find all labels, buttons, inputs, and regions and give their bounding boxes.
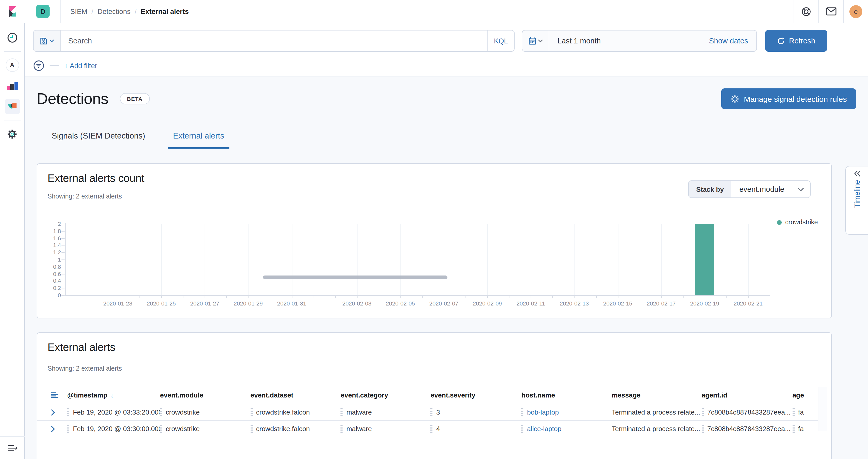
x-axis-tick [640, 296, 640, 298]
header-divider [60, 0, 61, 23]
drag-handle[interactable] [67, 408, 69, 416]
horizontal-scrollbar-thumb[interactable] [263, 276, 447, 279]
y-axis-tick [61, 288, 65, 288]
x-axis-tick [161, 296, 162, 298]
drag-handle[interactable] [160, 408, 162, 416]
x-axis-tick-label: 2020-02-11 [509, 300, 553, 307]
top-header: D SIEM / Detections / External alerts [0, 0, 868, 23]
breadcrumb-detections[interactable]: Detections [98, 7, 131, 15]
event-dataset-cell: crowdstrike.falcon [256, 425, 310, 433]
column-header-event-category[interactable]: event.category [341, 391, 431, 399]
drag-handle[interactable] [521, 408, 523, 416]
x-axis-tick-label: 2020-01-27 [183, 300, 226, 307]
host-name-link[interactable]: alice-laptop [527, 425, 561, 433]
breadcrumb-external-alerts: External alerts [141, 7, 189, 15]
column-header-message[interactable]: message [612, 391, 702, 399]
main-content: Detections BETA Manage signal detection … [25, 77, 868, 459]
expand-row-icon[interactable] [51, 408, 55, 416]
table-scrollbar-track[interactable] [818, 387, 827, 431]
drag-handle[interactable] [160, 425, 162, 433]
kibana-logo[interactable] [0, 5, 25, 18]
drag-handle[interactable] [431, 408, 433, 416]
sidebar-item-siem[interactable] [0, 96, 25, 117]
message-cell: Terminated a process relate... [612, 408, 700, 416]
x-axis-tick [596, 296, 596, 298]
tab-signals[interactable]: Signals (SIEM Detections) [46, 127, 150, 149]
stack-by-label: Stack by [689, 181, 731, 197]
date-range-value[interactable]: Last 1 month [549, 37, 709, 45]
tab-external-alerts[interactable]: External alerts [168, 127, 229, 149]
calendar-icon [528, 37, 536, 45]
x-axis-tick [357, 296, 358, 298]
refresh-button[interactable]: Refresh [765, 30, 827, 52]
event-category-cell: malware [346, 425, 372, 433]
drag-handle[interactable] [702, 408, 704, 416]
x-axis-tick-label: 2020-02-15 [596, 300, 640, 307]
column-header-timestamp[interactable]: @timestamp ↓ [67, 391, 160, 399]
sidebar-item-app-a[interactable]: A [0, 55, 25, 75]
drag-handle[interactable] [521, 425, 523, 433]
y-axis-tick [61, 238, 65, 239]
x-gridline [357, 224, 358, 295]
x-axis-tick [574, 296, 575, 298]
stack-by-value: event.module [739, 185, 784, 193]
x-axis-tick [400, 296, 401, 298]
y-axis-tick [61, 245, 65, 246]
drag-handle[interactable] [67, 425, 69, 433]
x-gridline [292, 224, 292, 295]
column-header-event-module[interactable]: event.module [160, 391, 251, 399]
drag-handle[interactable] [341, 425, 343, 433]
drag-handle[interactable] [341, 408, 343, 416]
y-axis-tick [61, 281, 65, 281]
drag-handle[interactable] [702, 425, 704, 433]
column-header-host-name[interactable]: host.name [521, 391, 612, 399]
user-menu[interactable]: e [844, 0, 868, 23]
newsfeed-button[interactable] [819, 0, 843, 23]
show-dates-button[interactable]: Show dates [709, 37, 756, 45]
detections-tabs: Signals (SIEM Detections) External alert… [46, 127, 229, 149]
x-axis-tick [270, 296, 271, 298]
drag-handle[interactable] [792, 425, 795, 433]
manage-signal-detection-rules-button[interactable]: Manage signal detection rules [721, 88, 856, 109]
saved-query-menu-button[interactable] [34, 30, 61, 51]
collapse-nav-button[interactable] [0, 436, 25, 459]
chart-legend[interactable]: crowdstrike [777, 219, 818, 226]
date-quick-menu-button[interactable] [522, 30, 549, 51]
timeline-flyout-toggle[interactable]: Timeline [845, 166, 868, 235]
page-title: Detections [37, 90, 108, 108]
avatar: e [849, 5, 862, 18]
sidebar-item-management[interactable] [0, 124, 25, 144]
recently-viewed-button[interactable] [0, 27, 25, 48]
kql-switch-button[interactable]: KQL [487, 30, 514, 51]
drag-handle[interactable] [250, 408, 252, 416]
column-header-event-severity[interactable]: event.severity [431, 391, 522, 399]
drag-handle[interactable] [431, 425, 433, 433]
host-name-link[interactable]: bob-laptop [527, 408, 559, 416]
kibana-logo-icon [6, 5, 19, 18]
x-axis-tick-label: 2020-01-23 [96, 300, 140, 307]
external-alerts-bar-chart[interactable]: 00.20.40.60.811.21.41.61.822020-01-23202… [48, 219, 776, 313]
x-axis-tick-label: 2020-01-25 [140, 300, 183, 307]
stack-by-select[interactable]: event.module [731, 181, 810, 197]
x-axis-tick [553, 296, 553, 298]
help-button[interactable] [794, 0, 818, 23]
x-axis-tick-label: 2020-02-17 [640, 300, 683, 307]
drag-handle[interactable] [792, 408, 795, 416]
search-input[interactable]: Search [61, 30, 487, 51]
x-axis-tick [379, 296, 379, 298]
timestamp-cell: Feb 19, 2020 @ 03:30:00.000 [73, 425, 160, 433]
space-badge[interactable]: D [36, 5, 50, 18]
breadcrumb-siem[interactable]: SIEM [70, 7, 87, 15]
y-axis-tick [61, 259, 65, 260]
drag-handle[interactable] [250, 425, 252, 433]
manage-button-label: Manage signal detection rules [744, 94, 847, 103]
column-header-event-dataset[interactable]: event.dataset [250, 391, 341, 399]
truncated-cell: fa [798, 408, 804, 416]
column-header-agent-id[interactable]: agent.id [702, 391, 793, 399]
expand-row-icon[interactable] [51, 425, 55, 432]
sidebar-item-visualize[interactable] [0, 75, 25, 96]
columns-settings-icon[interactable] [51, 392, 59, 399]
add-filter-button[interactable]: + Add filter [64, 62, 97, 69]
filter-icon[interactable] [33, 60, 44, 71]
y-axis-tick [61, 267, 65, 267]
